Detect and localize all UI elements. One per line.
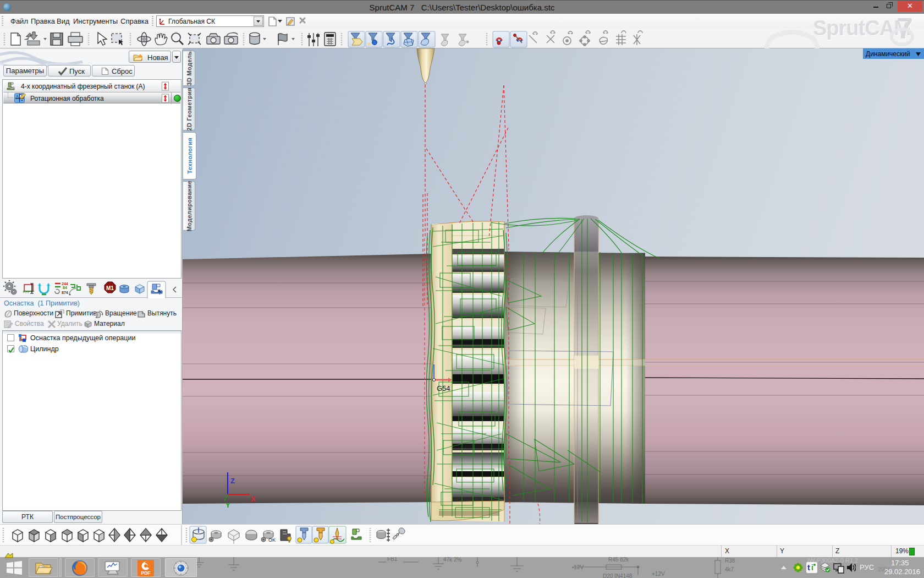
- svg-text:874: 874: [62, 291, 68, 295]
- svg-text:4k7: 4k7: [725, 566, 734, 572]
- svg-text:47k 2%: 47k 2%: [443, 557, 461, 563]
- svg-text:X: X: [251, 495, 256, 503]
- svg-text:i: i: [811, 563, 813, 572]
- svg-text:OK: OK: [268, 537, 276, 543]
- svg-text:+12V: +12V: [652, 571, 665, 577]
- svg-text:-12V: -12V: [572, 564, 584, 570]
- svg-text:D20 IN4148: D20 IN4148: [603, 573, 632, 578]
- svg-text:M1: M1: [106, 285, 114, 291]
- svg-text:FB1: FB1: [387, 557, 398, 562]
- svg-text:?: ?: [158, 290, 162, 296]
- svg-text:244: 244: [62, 282, 68, 286]
- svg-text:G54: G54: [437, 384, 450, 392]
- svg-text:PDF: PDF: [141, 570, 151, 576]
- svg-text:t: t: [807, 563, 810, 572]
- svg-text:84: 84: [63, 286, 67, 290]
- svg-text:R38: R38: [725, 558, 735, 564]
- svg-text:Z: Z: [230, 477, 235, 485]
- svg-text:Y: Y: [226, 501, 230, 509]
- svg-text:R45 82k: R45 82k: [608, 557, 629, 563]
